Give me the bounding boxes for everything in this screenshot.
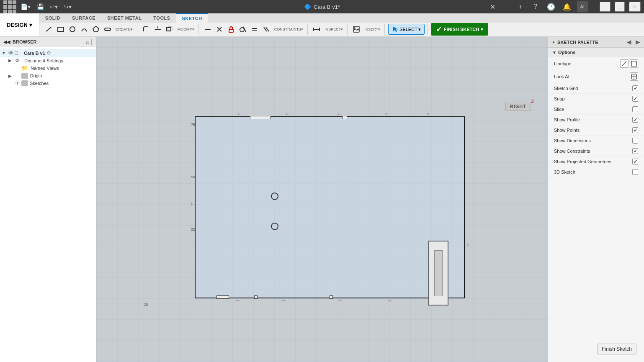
svg-point-22 xyxy=(354,27,355,29)
canvas-area[interactable]: 75 50 25 -25 ↙ ↙ ↙ ↙ ↙ ↙ ↙ ↙ ↙ ↙ ↙ xyxy=(96,37,548,362)
line-tool[interactable] xyxy=(44,24,54,35)
finish-sketch-btn[interactable]: ✓ FINISH SKETCH ▾ xyxy=(431,23,488,36)
trim-tool[interactable] xyxy=(152,24,163,35)
root-target-icon: ⊙ xyxy=(47,50,51,56)
sketches-eye[interactable]: 👁 xyxy=(15,80,20,86)
sketch-grid-checkbox[interactable] xyxy=(632,85,638,91)
show-profile-checkbox[interactable] xyxy=(632,117,638,123)
close-btn[interactable]: ✕ xyxy=(629,2,641,12)
show-dimensions-label: Show Dimensions xyxy=(554,138,591,143)
tangent-constraint[interactable] xyxy=(237,24,248,35)
show-profile-label: Show Profile xyxy=(554,117,580,122)
ai-btn[interactable]: AI xyxy=(577,1,588,12)
dimension-tool[interactable] xyxy=(311,24,322,35)
design-label: DESIGN xyxy=(7,22,28,28)
notch-bottom-3 xyxy=(330,295,333,299)
browser-collapse-btn[interactable]: ◀◀ xyxy=(3,39,10,45)
bell-btn[interactable]: 🔔 xyxy=(561,1,573,12)
tab-sheet-metal[interactable]: SHEET METAL xyxy=(101,13,147,23)
snap-label: Snap xyxy=(554,96,565,101)
root-eye[interactable]: 👁 xyxy=(8,50,13,56)
select-btn[interactable]: SELECT ▾ xyxy=(388,24,425,35)
app-grid-icon[interactable] xyxy=(3,0,16,13)
tab-surface[interactable]: SURFACE xyxy=(66,13,101,23)
origin-label: Origin xyxy=(30,73,42,78)
browser-item-sketches[interactable]: 👁 Sketches xyxy=(7,80,96,87)
constraints-group: CONSTRAINTS▾ xyxy=(200,24,308,35)
browser-item-doc-settings[interactable]: ▶ ⚙ Document Settings xyxy=(7,57,96,64)
tab-solid[interactable]: SOLID xyxy=(39,13,66,23)
browser-search-btn[interactable]: ⌕ xyxy=(86,39,89,45)
tab-bar: SOLID SURFACE SHEET METAL TOOLS SKETCH xyxy=(39,13,644,23)
close-file-btn[interactable]: ✕ xyxy=(487,1,498,12)
maximize-btn[interactable]: □ xyxy=(615,2,625,12)
show-points-label: Show Points xyxy=(554,128,580,133)
create-dropdown[interactable]: CREATE▾ xyxy=(114,24,134,35)
circle-mark-2 xyxy=(271,223,278,230)
show-projected-ctrl xyxy=(632,159,638,164)
offset-tool[interactable] xyxy=(164,24,175,35)
show-constraints-checkbox[interactable] xyxy=(632,148,638,154)
fillet-tool[interactable] xyxy=(141,24,152,35)
parallel-constraint[interactable] xyxy=(261,24,272,35)
palette-title: SKETCH PALETTE xyxy=(557,40,598,45)
horizontal-constraint[interactable] xyxy=(202,24,213,35)
design-dropdown-btn[interactable]: DESIGN ▾ xyxy=(0,13,39,36)
view-cube[interactable]: RIGHT xyxy=(505,102,531,111)
show-projected-checkbox[interactable] xyxy=(632,159,638,164)
options-arrow: ▼ xyxy=(552,50,556,55)
named-views-icon: 📁 xyxy=(21,65,29,71)
3d-sketch-checkbox[interactable] xyxy=(632,169,638,175)
circle-tool[interactable] xyxy=(67,24,78,35)
svg-rect-6 xyxy=(167,28,171,31)
tab-sketch[interactable]: SKETCH xyxy=(176,13,208,23)
add-btn[interactable]: ＋ xyxy=(515,1,526,12)
sketches-label: Sketches xyxy=(30,81,49,86)
constraint-arrow-b3: ↙ xyxy=(337,298,343,304)
select-group: SELECT ▾ xyxy=(386,24,428,35)
arc-tool[interactable] xyxy=(79,24,90,35)
svg-marker-2 xyxy=(93,26,99,32)
snap-checkbox[interactable] xyxy=(632,96,638,102)
linetype-icon-1[interactable] xyxy=(620,59,629,68)
toolbar-tabs: SOLID SURFACE SHEET METAL TOOLS SKETCH xyxy=(39,13,644,36)
polygon-tool[interactable] xyxy=(90,24,101,35)
linetype-icon-2[interactable] xyxy=(630,59,638,68)
rectangle-tool[interactable] xyxy=(55,24,66,35)
slot-tool[interactable] xyxy=(102,24,113,35)
palette-finish-btn[interactable]: Finish Sketch xyxy=(597,344,636,354)
sketch-component-inner xyxy=(434,250,443,296)
show-points-checkbox[interactable] xyxy=(632,127,638,133)
redo-btn[interactable]: ↪▾ xyxy=(62,1,73,12)
browser-controls: ⌕ | xyxy=(86,39,93,45)
save-btn[interactable]: 💾 xyxy=(35,1,46,12)
modify-dropdown[interactable]: MODIFY▾ xyxy=(176,24,196,35)
slice-checkbox[interactable] xyxy=(632,106,638,112)
insert-dropdown[interactable]: INSERT▾ xyxy=(363,24,382,35)
lock-constraint[interactable] xyxy=(226,24,237,35)
lookat-icon[interactable] xyxy=(630,72,638,81)
constraints-dropdown[interactable]: CONSTRAINTS▾ xyxy=(273,24,305,35)
titlebar-right: ✕ ＋ ? 🕐 🔔 AI ─ □ ✕ xyxy=(487,1,641,12)
palette-collapse-btn[interactable]: ◀ xyxy=(627,39,631,45)
constraint-arrow-l1: ↙ xyxy=(188,200,195,207)
browser-item-origin[interactable]: ▶ 👁 Origin xyxy=(7,72,96,80)
palette-expand-btn[interactable]: ▶ xyxy=(633,39,640,45)
undo-btn[interactable]: ↩▾ xyxy=(48,1,59,12)
palette-options-section[interactable]: ▼ Options xyxy=(548,48,644,57)
new-file-btn[interactable]: 📄▾ xyxy=(19,1,32,12)
help-btn[interactable]: ? xyxy=(530,1,541,12)
sketch-grid-label: Sketch Grid xyxy=(554,86,578,91)
browser-item-named-views[interactable]: 👁 📁 Named Views xyxy=(7,64,96,72)
svg-rect-11 xyxy=(229,29,233,32)
equal-constraint[interactable] xyxy=(249,24,260,35)
coincident-constraint[interactable] xyxy=(214,24,225,35)
browser-more-btn[interactable]: | xyxy=(91,39,93,45)
show-dimensions-checkbox[interactable] xyxy=(632,138,638,144)
minimize-btn[interactable]: ─ xyxy=(600,2,611,12)
browser-item-root[interactable]: ▼ 👁 □ Cara B v1 ⊙ xyxy=(0,49,96,57)
tab-tools[interactable]: TOOLS xyxy=(147,13,176,23)
inspect-dropdown[interactable]: INSPECT▾ xyxy=(323,24,345,35)
insert-image[interactable] xyxy=(351,24,362,35)
clock-btn[interactable]: 🕐 xyxy=(545,1,557,12)
